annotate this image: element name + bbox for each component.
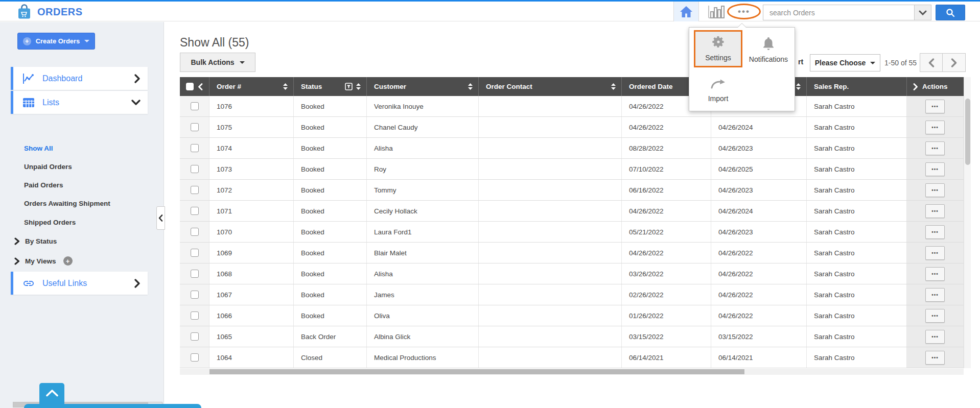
chevron-right-icon: [14, 257, 20, 265]
header-sales-rep[interactable]: Sales Rep.: [807, 77, 907, 96]
sort-icon[interactable]: [356, 83, 361, 90]
row-actions-button[interactable]: •••: [925, 246, 945, 260]
sidebar-list-paid-orders[interactable]: Paid Orders: [24, 181, 63, 189]
sidebar-list-shipped-orders[interactable]: Shipped Orders: [24, 219, 76, 226]
cell-actions: •••: [907, 263, 964, 284]
sort-icon[interactable]: [796, 83, 801, 90]
row-actions-button[interactable]: •••: [925, 267, 945, 281]
cell-actions: •••: [907, 138, 964, 158]
sidebar-item-lists[interactable]: Lists: [11, 91, 148, 114]
chevron-left-icon[interactable]: [198, 83, 203, 90]
sidebar-group-my-views[interactable]: My Views +: [14, 256, 73, 266]
cell-status: Booked: [294, 180, 367, 200]
cell-actions: •••: [907, 326, 964, 347]
add-view-icon[interactable]: +: [63, 256, 73, 266]
row-checkbox[interactable]: [191, 228, 199, 236]
filter-icon[interactable]: [345, 83, 353, 90]
vertical-scrollbar-thumb[interactable]: [965, 99, 970, 165]
export-button-partial[interactable]: rt: [798, 58, 803, 66]
caret-down-icon: [870, 62, 875, 64]
sidebar-group-by-status[interactable]: By Status: [14, 237, 57, 245]
header-order-contact[interactable]: Order Contact: [479, 77, 622, 96]
sidebar-item-useful-links[interactable]: Useful Links: [11, 272, 148, 295]
cell-sales-rep: Sarah Castro: [807, 284, 907, 305]
row-actions-button[interactable]: •••: [925, 100, 945, 113]
row-actions-button[interactable]: •••: [925, 141, 945, 155]
row-checkbox[interactable]: [191, 311, 199, 320]
next-page-button[interactable]: [943, 53, 966, 72]
menu-item-settings[interactable]: Settings: [694, 30, 742, 67]
menu-item-label: Notifications: [749, 55, 788, 63]
row-actions-button[interactable]: •••: [925, 183, 945, 197]
cell-customer: Laura Ford1: [367, 222, 479, 242]
create-orders-button[interactable]: + Create Orders: [17, 33, 95, 50]
reports-button[interactable]: [706, 5, 727, 19]
brand[interactable]: ORDERS: [17, 4, 83, 20]
cell-actions: •••: [907, 180, 964, 200]
row-actions-button[interactable]: •••: [925, 309, 945, 323]
cell-date2: 04/26/2024: [711, 117, 807, 137]
header-status[interactable]: Status: [294, 77, 367, 96]
sort-icon[interactable]: [611, 83, 616, 90]
sidebar-item-dashboard[interactable]: Dashboard: [11, 67, 148, 90]
sidebar-list-orders-awaiting-shipment[interactable]: Orders Awaiting Shipment: [24, 200, 110, 207]
row-checkbox[interactable]: [191, 291, 199, 299]
row-actions-button[interactable]: •••: [925, 121, 945, 134]
sidebar-collapse-handle[interactable]: [156, 206, 165, 230]
row-checkbox[interactable]: [191, 144, 199, 152]
row-checkbox[interactable]: [191, 123, 199, 131]
row-checkbox[interactable]: [191, 249, 199, 257]
row-select-cell: [180, 138, 209, 158]
group-label: By Status: [25, 237, 57, 245]
row-select-cell: [180, 284, 209, 305]
cell-order-number: 1066: [209, 305, 294, 326]
menu-item-import[interactable]: Import: [694, 69, 742, 107]
row-actions-button[interactable]: •••: [925, 204, 945, 218]
sort-icon[interactable]: [468, 83, 473, 90]
search-button[interactable]: [936, 5, 965, 20]
cell-customer: Chanel Caudy: [367, 117, 479, 137]
sidebar: + Create Orders Dashboard: [0, 22, 164, 408]
chevron-right-icon[interactable]: [913, 83, 918, 90]
header-order-number[interactable]: Order #: [209, 77, 294, 96]
row-checkbox[interactable]: [191, 102, 199, 110]
table-row: 1065 Back Order Albina Glick 03/15/2022 …: [180, 326, 964, 347]
row-checkbox[interactable]: [191, 207, 199, 215]
page-size-select[interactable]: Please Choose: [810, 54, 880, 71]
row-actions-button[interactable]: •••: [925, 288, 945, 302]
row-actions-button[interactable]: •••: [925, 330, 945, 344]
sort-icon[interactable]: [283, 83, 288, 90]
search-icon: [946, 8, 955, 17]
more-menu-popup: Settings Notifications Import: [689, 27, 795, 111]
header-select-all-cell: [180, 77, 209, 96]
row-checkbox[interactable]: [191, 332, 199, 341]
row-actions-button[interactable]: •••: [925, 351, 945, 365]
bulk-actions-button[interactable]: Bulk Actions: [180, 53, 255, 72]
previous-page-button[interactable]: [920, 53, 943, 72]
cell-ordered-date: 01/26/2022: [622, 305, 711, 326]
link-icon: [22, 277, 35, 290]
sidebar-list-show-all[interactable]: Show All: [24, 145, 53, 152]
row-checkbox[interactable]: [191, 165, 199, 173]
row-checkbox[interactable]: [191, 186, 199, 194]
select-all-checkbox[interactable]: [186, 83, 194, 90]
table-row: 1070 Booked Laura Ford1 05/21/2022 04/26…: [180, 222, 964, 243]
cell-date2: 06/14/2021: [711, 347, 807, 368]
horizontal-scrollbar-thumb[interactable]: [209, 369, 744, 374]
home-button[interactable]: [673, 2, 699, 21]
row-checkbox[interactable]: [191, 270, 199, 278]
row-select-cell: [180, 159, 209, 179]
row-actions-button[interactable]: •••: [925, 225, 945, 239]
row-checkbox[interactable]: [191, 353, 199, 362]
table-row: 1074 Booked Alisha 08/28/2022 04/26/2023…: [180, 138, 964, 159]
search-scope-dropdown[interactable]: [915, 5, 931, 20]
search-input[interactable]: [763, 5, 915, 20]
row-actions-button[interactable]: •••: [925, 162, 945, 176]
header-label: Actions: [922, 83, 948, 90]
header-actions[interactable]: Actions: [907, 77, 964, 96]
sidebar-list-unpaid-orders[interactable]: Unpaid Orders: [24, 163, 72, 171]
shopping-bag-icon: [17, 4, 31, 20]
more-menu-button[interactable]: •••: [733, 3, 755, 21]
menu-item-notifications[interactable]: Notifications: [744, 30, 792, 67]
header-customer[interactable]: Customer: [367, 77, 479, 96]
